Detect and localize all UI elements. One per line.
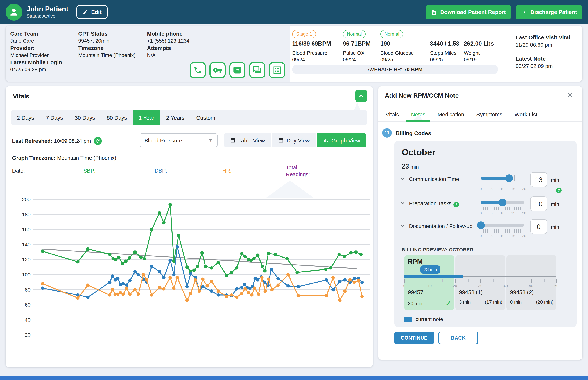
download-report-label: Download Patient Report	[440, 9, 506, 15]
day-view-button[interactable]: Day View	[272, 133, 316, 147]
tab-notes[interactable]: Notes	[411, 108, 426, 121]
call-button[interactable]	[190, 62, 206, 78]
svg-text:120: 120	[22, 257, 31, 263]
latest-note-value: 03/27 02:09 pm	[516, 62, 570, 70]
preparation-tasks-slider[interactable]: 05101520	[481, 199, 524, 215]
phone-column: Mobile phone +1 (555) 123-1234 Attempts …	[147, 30, 189, 59]
attempts-label: Attempts	[147, 44, 189, 52]
billing-time-row: 3 min (17 min)	[459, 299, 502, 305]
slider-handle[interactable]	[499, 199, 507, 206]
hover-total-value: -	[317, 168, 319, 174]
attempts-value: N/A	[147, 52, 189, 59]
app-root: John Patient Status: Active Edit Downloa…	[0, 0, 588, 380]
tab-work-list[interactable]: Work List	[514, 108, 537, 121]
stat-value: 3440 / 1.53	[430, 40, 459, 47]
svg-text:40: 40	[25, 317, 31, 323]
range-tab-30-days[interactable]: 30 Days	[69, 110, 101, 125]
communication-time-value[interactable]: 13	[530, 172, 547, 187]
patient-info-card: Care Team Jane Care Provider: Michael Pr…	[5, 26, 583, 81]
billing-time-row: 20 min ✓	[408, 299, 451, 308]
billing-month: October	[402, 147, 435, 157]
chevron-up-icon	[358, 93, 364, 99]
refresh-button[interactable]	[94, 137, 102, 145]
documentation-followup-slider[interactable]: 05101520	[481, 221, 524, 238]
last-office-visit-label: Last Office Visit Vital	[516, 34, 570, 41]
access-key-button[interactable]	[209, 62, 226, 78]
range-tab-1-year[interactable]: 1 Year	[133, 110, 160, 125]
mobile-phone-value: +1 (555) 123-1234	[147, 37, 189, 44]
graph-view-button[interactable]: Graph View	[317, 133, 366, 147]
blood-pressure-chart[interactable]: 20018016014012010080604020	[20, 185, 373, 354]
stat-date: 09/24	[343, 57, 371, 62]
chat-button[interactable]	[249, 62, 265, 78]
stat-weight: 262.00 Lbs Weight 09/19	[464, 30, 494, 62]
notes-list-button[interactable]	[269, 62, 285, 78]
stat-label: Pulse OX	[343, 50, 371, 56]
status-badge: Normal	[343, 30, 366, 38]
document-icon	[431, 9, 437, 15]
range-tab-custom[interactable]: Custom	[190, 110, 221, 125]
rpm-ccm-note-panel: Add New RPM/CCM Note ✕ Vitals Notes Medi…	[378, 86, 583, 360]
preparation-tasks-label: Preparation Tasks?	[409, 200, 459, 208]
tab-medication[interactable]: Medication	[438, 108, 464, 121]
care-team-value: Jane Care	[10, 37, 62, 44]
range-tab-2-days[interactable]: 2 Days	[11, 110, 40, 125]
documentation-followup-row: Documentation / Follow-up 05101520 0 min	[400, 221, 571, 244]
table-view-button[interactable]: Table View	[224, 133, 271, 147]
provider-value: Michael Provider	[10, 52, 62, 59]
footer-accent-bar	[0, 376, 588, 380]
tab-symptoms[interactable]: Symptoms	[476, 108, 502, 121]
stat-label: Weight	[464, 50, 494, 56]
top-bar: John Patient Status: Active Edit Downloa…	[0, 0, 588, 24]
communication-time-slider[interactable]: 05101520	[481, 174, 524, 191]
svg-text:80: 80	[25, 287, 31, 293]
continue-button[interactable]: CONTINUE	[394, 332, 434, 344]
svg-text:180: 180	[22, 212, 31, 217]
range-tab-60-days[interactable]: 60 Days	[101, 110, 133, 125]
last-office-visit-value: 11/29 06:30 pm	[516, 41, 570, 48]
help-icon[interactable]: ?	[556, 188, 562, 193]
preparation-tasks-value[interactable]: 10	[530, 196, 547, 211]
billing-axis-ticks	[404, 279, 556, 283]
stat-date: 09/25	[430, 57, 459, 62]
screen-share-button[interactable]	[229, 62, 245, 78]
range-tab-7-days[interactable]: 7 Days	[40, 110, 69, 125]
chevron-down-icon: ▼	[208, 138, 213, 143]
hover-hr: HR: -	[222, 168, 235, 174]
tab-vitals[interactable]: Vitals	[385, 108, 399, 121]
stat-value: 262.00 Lbs	[464, 40, 494, 47]
stat-label: Blood Glucose	[380, 50, 414, 56]
documentation-followup-value[interactable]: 0	[530, 219, 547, 234]
slider-handle[interactable]	[505, 174, 513, 182]
svg-text:20: 20	[25, 332, 31, 338]
graph-view-label: Graph View	[331, 137, 360, 143]
chevron-down-icon[interactable]	[400, 177, 405, 181]
status-badge: Stage 1	[292, 30, 316, 38]
collapse-vitals-button[interactable]	[355, 90, 367, 102]
notes-list-icon	[272, 65, 282, 75]
patient-status: Status: Active	[26, 13, 68, 19]
close-icon[interactable]: ✕	[565, 91, 575, 100]
vitals-card: Vitals 2 Days 7 Days 30 Days 60 Days 1 Y…	[5, 86, 373, 367]
help-icon[interactable]: ?	[453, 202, 459, 208]
unit-label: min	[551, 177, 559, 183]
care-team-section: Care Team Jane Care Provider: Michael Pr…	[5, 26, 290, 81]
step-number-badge: 11	[382, 128, 392, 138]
chevron-down-icon[interactable]	[400, 224, 405, 228]
stat-value: 116/89 69BPM	[292, 40, 331, 47]
metric-select[interactable]: Blood Pressure ▼	[140, 133, 218, 147]
edit-patient-button[interactable]: Edit	[77, 5, 108, 19]
average-hr-label: AVERAGE HR:	[368, 66, 402, 72]
range-tab-2-years[interactable]: 2 Years	[160, 110, 190, 125]
download-patient-report-button[interactable]: Download Patient Report	[426, 5, 511, 19]
discharge-patient-button[interactable]: Discharge Patient	[516, 5, 583, 19]
back-button[interactable]: BACK	[438, 332, 478, 344]
billing-progress-track	[463, 276, 556, 277]
provider-label: Provider:	[10, 44, 62, 52]
billing-progress-fill	[404, 275, 463, 278]
graph-timezone-label: Graph Timezone:	[12, 155, 56, 161]
slider-handle[interactable]	[477, 221, 485, 229]
view-toggle-group: Table View Day View Graph View	[223, 133, 366, 147]
hover-date: Date: -	[12, 168, 28, 174]
chevron-down-icon[interactable]	[400, 201, 405, 206]
